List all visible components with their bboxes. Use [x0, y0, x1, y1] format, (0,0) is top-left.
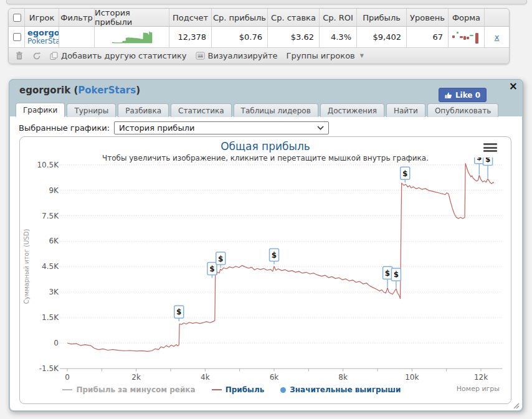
svg-text:$: $: [176, 308, 181, 316]
svg-text:8k: 8k: [338, 373, 348, 382]
svg-text:$: $: [385, 269, 390, 278]
svg-text:Суммарный итог (USD): Суммарный итог (USD): [23, 229, 30, 304]
image-icon: [196, 52, 205, 60]
trash-icon: [15, 51, 24, 60]
chart-plot-area[interactable]: -1.5K01.5K3K4.5K6K7.5K9K10.5K02k4k6k8k10…: [20, 137, 511, 403]
col-avg-stake[interactable]: Ср. ставка: [268, 9, 320, 26]
row-checkbox-cell: [9, 27, 25, 47]
tab-publish[interactable]: Опубликовать: [427, 103, 498, 117]
col-avg-roi[interactable]: Ср. ROI: [320, 9, 357, 26]
player-groups-dropdown[interactable]: Группы игроков ▼: [287, 51, 364, 60]
player-name-link[interactable]: egorgor: [27, 29, 59, 37]
legend-dash-icon: [62, 389, 72, 390]
avg-profit-value: $0.76: [212, 27, 268, 47]
avg-roi-value: 4.3%: [320, 27, 357, 47]
sparkline-chart: [111, 31, 153, 44]
profit-value: $9,402: [357, 27, 407, 47]
thumbs-up-icon: [445, 92, 452, 99]
svg-text:7.5K: 7.5K: [42, 212, 59, 220]
row-checkbox[interactable]: [13, 33, 21, 41]
col-form[interactable]: Форма: [449, 9, 485, 26]
form-mark: [467, 37, 469, 39]
tab-graphs[interactable]: Графики: [16, 103, 65, 117]
svg-text:6k: 6k: [270, 373, 279, 382]
tab-tournaments[interactable]: Турниры: [67, 103, 116, 117]
svg-text:0: 0: [54, 339, 59, 347]
charts-select[interactable]: История прибыли: [114, 121, 329, 134]
chart-legend: Прибыль за минусом рейка Прибыль Значите…: [57, 385, 406, 394]
svg-text:$: $: [272, 251, 277, 260]
form-mark: [475, 33, 478, 44]
filter-cell: [59, 27, 95, 47]
chevron-down-icon: [317, 126, 324, 130]
delete-button[interactable]: [15, 51, 24, 60]
player-stats-table: Игрок Фильтр История прибыли Подсчет Ср.…: [8, 8, 510, 64]
col-player[interactable]: Игрок: [25, 9, 59, 26]
col-level[interactable]: Уровень: [407, 9, 449, 26]
close-icon[interactable]: ×: [509, 80, 518, 92]
refresh-button[interactable]: [32, 52, 41, 60]
svg-text:3K: 3K: [49, 288, 59, 296]
visualize-button[interactable]: Визуализируйте: [196, 51, 278, 60]
x-axis-title: Номер игры: [457, 385, 500, 393]
svg-text:12k: 12k: [474, 373, 488, 382]
col-count[interactable]: Подсчет: [169, 9, 212, 26]
svg-text:$: $: [218, 255, 223, 263]
col-avg-profit[interactable]: Ср. прибыль: [212, 9, 268, 26]
table-row: egorgor PokerSta 12,378 $0.76 $3.62 4.3%…: [9, 27, 509, 48]
col-profit-history[interactable]: История прибыли: [95, 9, 169, 26]
svg-text:1.5K: 1.5K: [42, 313, 59, 322]
tab-statistics[interactable]: Статистика: [171, 103, 232, 117]
legend-significant-wins[interactable]: Значительные выигрыши: [280, 385, 401, 394]
refresh-icon: [32, 52, 41, 60]
add-statistic-label: Добавить другую статистику: [61, 51, 187, 60]
player-cell[interactable]: egorgor PokerSta: [25, 27, 59, 47]
select-all-checkbox[interactable]: [13, 14, 21, 22]
tab-leaderboards[interactable]: Таблицы лидеров: [234, 103, 318, 117]
tab-breakdown[interactable]: Разбивка: [118, 103, 169, 117]
header-checkbox-cell: [9, 9, 25, 26]
legend-rake-adjusted[interactable]: Прибыль за минусом рейка: [62, 385, 195, 394]
chart-menu-icon[interactable]: [483, 143, 497, 154]
profit-chart[interactable]: -1.5K01.5K3K4.5K6K7.5K9K10.5K02k4k6k8k10…: [19, 136, 511, 404]
legend-rake-adjusted-label: Прибыль за минусом рейка: [76, 385, 195, 394]
profit-history-sparkline[interactable]: [95, 27, 169, 47]
panel-player-name: egorgorik: [19, 85, 70, 96]
legend-significant-wins-label: Значительные выигрыши: [290, 385, 401, 394]
charts-select-row: Выбранные графики: История прибыли: [19, 121, 329, 134]
resize-handle-icon[interactable]: [512, 402, 520, 409]
col-remove: [485, 9, 509, 26]
level-value: 67: [407, 27, 449, 47]
svg-text:-1.5K: -1.5K: [39, 364, 59, 373]
table-toolbar: Добавить другую статистику Визуализируйт…: [9, 48, 509, 64]
panel-site-name: PokerStars: [78, 85, 136, 96]
svg-text:$: $: [209, 265, 214, 273]
player-panel: × egorgorik (PokerStars) Like 0 Графики …: [9, 79, 523, 412]
cropped-top-bar: [6, 0, 527, 4]
paren-close: ): [136, 85, 140, 96]
facebook-like-button[interactable]: Like 0: [439, 88, 487, 102]
col-profit[interactable]: Прибыль: [357, 9, 407, 26]
col-filter[interactable]: Фильтр: [59, 9, 95, 26]
count-value: 12,378: [169, 27, 212, 47]
svg-text:$: $: [394, 270, 399, 279]
svg-text:$: $: [402, 169, 407, 178]
svg-text:2k: 2k: [131, 373, 141, 382]
chart-title: Общая прибыль: [20, 140, 511, 153]
legend-dash-icon: [212, 389, 222, 390]
add-statistic-button[interactable]: Добавить другую статистику: [50, 51, 187, 60]
svg-text:10k: 10k: [405, 373, 419, 382]
tab-find[interactable]: Найти: [386, 103, 425, 117]
form-mark: [457, 32, 458, 34]
svg-text:0: 0: [65, 373, 70, 382]
tab-achievements[interactable]: Достижения: [320, 103, 384, 117]
legend-profit[interactable]: Прибыль: [212, 385, 265, 394]
charts-select-value: История прибыли: [119, 123, 194, 133]
svg-text:6K: 6K: [49, 237, 59, 245]
remove-row-link[interactable]: x: [495, 32, 500, 42]
panel-content: Выбранные графики: История прибыли -1.5K…: [10, 116, 522, 410]
chevron-down-icon: ▼: [360, 53, 364, 59]
form-mini-chart: [452, 30, 481, 45]
form-mark: [470, 35, 473, 36]
charts-select-label: Выбранные графики:: [19, 123, 110, 133]
